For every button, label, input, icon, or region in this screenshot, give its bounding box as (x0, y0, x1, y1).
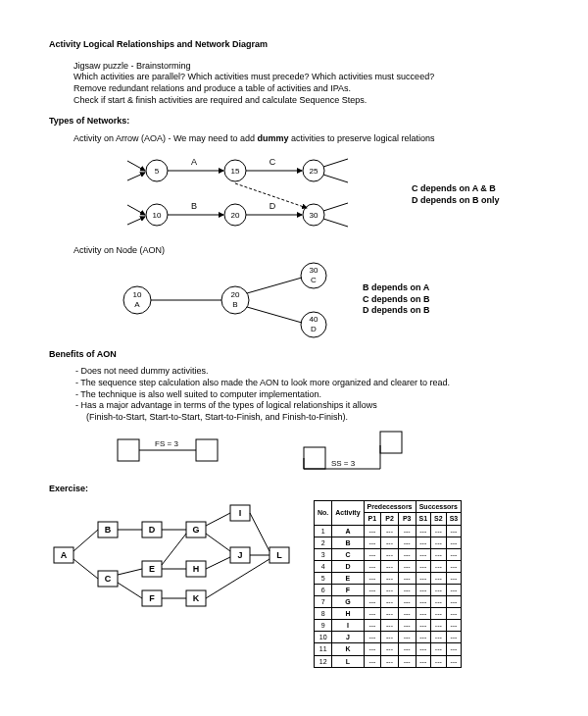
cell: --- (416, 620, 431, 632)
cell: --- (364, 584, 381, 595)
cell: --- (364, 643, 381, 655)
svg-text:L: L (276, 550, 282, 560)
svg-line-87 (206, 513, 230, 526)
cell: D (332, 560, 364, 572)
svg-line-16 (127, 217, 145, 225)
cell: --- (446, 584, 462, 595)
svg-text:C: C (105, 574, 112, 584)
cell: --- (381, 596, 399, 608)
cell: --- (381, 572, 399, 584)
svg-line-79 (74, 559, 98, 579)
svg-line-27 (323, 203, 348, 211)
svg-text:B: B (105, 525, 112, 535)
exercise-diagram: A B C D E F G H K I J L (49, 500, 294, 618)
exercise-table: No. Activity Predecessors Successors P1 … (314, 500, 462, 667)
svg-rect-48 (304, 447, 325, 469)
cell: --- (416, 632, 431, 643)
cell: 5 (315, 572, 332, 584)
intro-line: Check if start & finish activities are r… (74, 95, 539, 107)
cell: 10 (315, 632, 332, 643)
table-row: 12L------------------ (315, 655, 462, 667)
cell: --- (398, 655, 416, 667)
cell: E (332, 572, 364, 584)
cell: --- (431, 525, 447, 537)
svg-line-81 (118, 569, 142, 575)
cell: --- (381, 560, 399, 572)
cell: --- (381, 525, 399, 537)
cell: 11 (315, 643, 332, 655)
aoa-dummy: dummy (257, 133, 288, 143)
svg-line-1 (127, 173, 145, 180)
col-p1: P1 (364, 513, 381, 525)
cell: J (332, 632, 364, 643)
cell: --- (431, 596, 447, 608)
table-row: 11K------------------ (315, 643, 462, 655)
cell: --- (416, 560, 431, 572)
cell: --- (398, 537, 416, 548)
svg-text:D: D (149, 525, 156, 535)
cell: --- (398, 572, 416, 584)
cell: --- (381, 548, 399, 560)
svg-text:B: B (191, 201, 197, 211)
cell: --- (364, 608, 381, 620)
table-row: 7G------------------ (315, 596, 462, 608)
cell: --- (381, 584, 399, 595)
svg-line-89 (206, 557, 230, 569)
svg-line-86 (162, 534, 186, 565)
cell: 4 (315, 560, 332, 572)
svg-rect-44 (118, 439, 139, 461)
svg-line-15 (127, 205, 145, 215)
col-s2: S2 (431, 513, 447, 525)
cell: H (332, 608, 364, 620)
svg-text:B: B (232, 300, 237, 309)
cell: --- (431, 537, 447, 548)
cell: --- (381, 537, 399, 548)
cell: --- (416, 584, 431, 595)
cell: --- (446, 643, 462, 655)
cell: --- (416, 537, 431, 548)
cell: 6 (315, 584, 332, 595)
cell: --- (416, 655, 431, 667)
svg-text:C: C (270, 157, 276, 167)
cell: A (332, 525, 364, 537)
cell: --- (364, 525, 381, 537)
table-row: 5E------------------ (315, 572, 462, 584)
cell: 8 (315, 608, 332, 620)
cell: 2 (315, 537, 332, 548)
svg-text:25: 25 (310, 167, 318, 176)
cell: --- (431, 560, 447, 572)
svg-text:F: F (149, 593, 155, 603)
svg-text:10: 10 (133, 290, 142, 299)
cell: --- (431, 643, 447, 655)
benefit-line: Does not need dummy activities. (83, 366, 539, 378)
cell: --- (431, 584, 447, 595)
cell: --- (364, 560, 381, 572)
cell: --- (431, 620, 447, 632)
cell: --- (446, 608, 462, 620)
col-p3: P3 (398, 513, 416, 525)
cell: 9 (315, 620, 332, 632)
cell: --- (416, 608, 431, 620)
cell: --- (364, 596, 381, 608)
page-title: Activity Logical Relationships and Netwo… (49, 39, 539, 51)
benefit-line: The technique is also well suited to com… (83, 389, 539, 401)
aoa-side: C depends on A & B D depends on B only (412, 183, 500, 206)
cell: F (332, 584, 364, 595)
cell: --- (364, 537, 381, 548)
cell: I (332, 620, 364, 632)
svg-line-13 (323, 175, 348, 182)
cell: --- (446, 596, 462, 608)
intro-line: Remove redundant relations and produce a… (74, 83, 539, 95)
cell: --- (416, 548, 431, 560)
cell: B (332, 537, 364, 548)
svg-line-37 (247, 307, 302, 323)
cell: --- (446, 560, 462, 572)
svg-line-0 (127, 161, 145, 171)
svg-text:G: G (192, 525, 199, 535)
aoa-side-line: D depends on B only (412, 195, 500, 207)
cell: --- (446, 548, 462, 560)
svg-line-82 (118, 583, 142, 598)
aoa-text: activities to preserve logical relations (288, 133, 434, 143)
col-pred: Predecessors (364, 501, 416, 513)
svg-text:E: E (149, 564, 155, 574)
